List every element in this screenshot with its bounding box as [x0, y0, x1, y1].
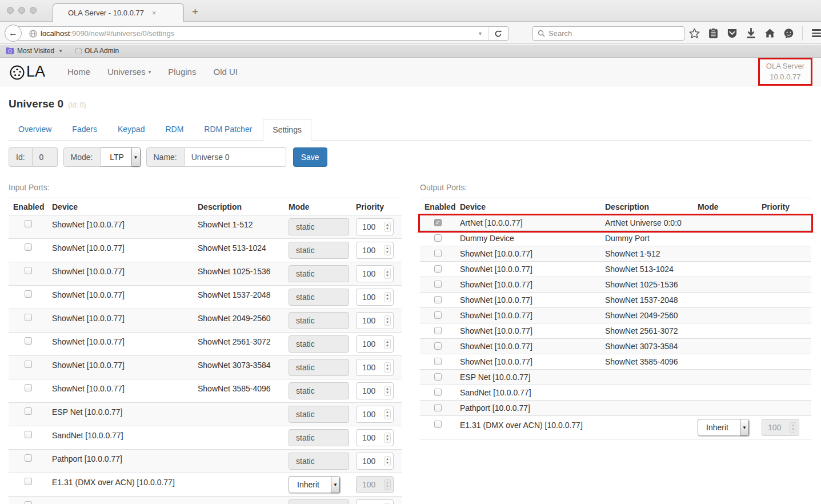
stepper-icon[interactable]: ▲▼: [384, 386, 391, 396]
enabled-checkbox[interactable]: ✓: [25, 267, 32, 274]
description-cell: ShowNet 1-512: [193, 215, 284, 238]
device-cell: ShowNet [10.0.0.77]: [455, 354, 600, 369]
stepper-icon[interactable]: ▲▼: [384, 362, 391, 373]
url-dropdown-icon[interactable]: ▼: [472, 31, 488, 37]
priority-input[interactable]: 100▲▼: [356, 382, 394, 399]
nav-menu-item[interactable]: Universes ▾: [99, 67, 159, 77]
priority-input[interactable]: 100▲▼: [356, 242, 394, 259]
enabled-checkbox[interactable]: ✓: [434, 327, 442, 334]
priority-input[interactable]: 100▲▼: [356, 429, 394, 446]
priority-input[interactable]: 100▲▼: [356, 265, 394, 282]
mode-static-field: static: [289, 359, 349, 376]
ola-logo[interactable]: LA: [9, 63, 45, 81]
enabled-checkbox[interactable]: ✓: [434, 389, 442, 396]
enabled-checkbox[interactable]: ✓: [25, 384, 32, 391]
priority-input[interactable]: 100▲▼: [356, 476, 394, 493]
menu-icon[interactable]: [810, 27, 821, 39]
enabled-checkbox[interactable]: ✓: [25, 314, 32, 321]
priority-input[interactable]: 100▲▼: [356, 499, 394, 504]
stepper-icon[interactable]: ▲▼: [384, 292, 391, 302]
enabled-checkbox[interactable]: ✓: [25, 501, 32, 504]
enabled-checkbox[interactable]: ✓: [25, 220, 32, 227]
navigation-toolbar: ← localhost:9090/new/#/universe/0/settin…: [0, 22, 821, 44]
enabled-checkbox[interactable]: ✓: [25, 478, 32, 485]
url-text[interactable]: localhost:9090/new/#/universe/0/settings: [41, 29, 174, 38]
mode-static-field: static: [289, 312, 349, 329]
tab-item[interactable]: Overview: [9, 118, 61, 140]
browser-tab[interactable]: OLA Server - 10.0.0.77 ×: [53, 3, 184, 22]
enabled-checkbox[interactable]: ✓: [434, 296, 442, 303]
enabled-checkbox[interactable]: ✓: [434, 404, 442, 411]
window-controls[interactable]: [7, 7, 37, 14]
enabled-checkbox[interactable]: ✓: [434, 311, 442, 319]
enabled-checkbox[interactable]: ✓: [25, 407, 32, 415]
back-button[interactable]: ←: [5, 25, 22, 42]
enabled-checkbox[interactable]: ✓: [434, 358, 442, 365]
url-bar[interactable]: localhost:9090/new/#/universe/0/settings…: [14, 26, 508, 41]
enabled-checkbox[interactable]: ✓: [434, 421, 442, 428]
stepper-icon[interactable]: ▲▼: [384, 339, 391, 349]
enabled-checkbox[interactable]: ✓: [434, 373, 442, 381]
tab-item[interactable]: Keypad: [108, 118, 154, 140]
downloads-icon[interactable]: [744, 27, 757, 39]
enabled-checkbox[interactable]: ✓: [434, 342, 442, 350]
close-window-button[interactable]: [7, 7, 14, 14]
priority-input[interactable]: 100▲▼: [356, 406, 394, 423]
enabled-checkbox[interactable]: ✓: [25, 243, 32, 251]
stepper-icon[interactable]: ▲▼: [384, 456, 391, 466]
priority-input[interactable]: 100▲▼: [356, 335, 394, 353]
home-icon[interactable]: [763, 27, 776, 39]
priority-input[interactable]: 100▲▼: [356, 359, 394, 376]
search-bar[interactable]: Search: [532, 26, 684, 41]
stepper-icon[interactable]: ▲▼: [790, 422, 796, 433]
enabled-checkbox[interactable]: ✓: [25, 431, 32, 438]
mode-select[interactable]: LTP ▼: [101, 147, 141, 167]
priority-input[interactable]: 100▲▼: [356, 312, 394, 329]
enabled-checkbox[interactable]: ✓: [25, 361, 32, 368]
bookmark-most-visited[interactable]: Most Visited ▼: [6, 47, 63, 55]
reading-list-icon[interactable]: [707, 27, 719, 39]
new-tab-button[interactable]: +: [192, 6, 198, 18]
reload-icon[interactable]: [488, 30, 508, 38]
stepper-icon[interactable]: ▲▼: [384, 315, 391, 326]
stepper-icon[interactable]: ▲▼: [384, 409, 391, 419]
tab-item[interactable]: Settings: [263, 119, 311, 141]
priority-input[interactable]: 100▲▼: [356, 289, 394, 306]
enabled-checkbox[interactable]: ✓: [434, 265, 442, 273]
mode-static-field: static: [289, 289, 349, 306]
bookmark-star-icon[interactable]: [688, 27, 700, 39]
tab-close-icon[interactable]: ×: [152, 9, 157, 17]
enabled-checkbox[interactable]: ✓: [434, 219, 442, 226]
pocket-icon[interactable]: [726, 27, 738, 39]
enabled-checkbox[interactable]: ✓: [25, 337, 32, 345]
mode-select[interactable]: Inherit▼: [698, 419, 749, 436]
enabled-checkbox[interactable]: ✓: [434, 250, 442, 257]
minimize-window-button[interactable]: [18, 7, 25, 14]
nav-menu-item[interactable]: Home: [59, 67, 99, 77]
priority-cell: 100▲▼: [351, 497, 402, 504]
save-button[interactable]: Save: [293, 147, 327, 167]
enabled-checkbox[interactable]: ✓: [434, 234, 442, 242]
priority-input[interactable]: 100▲▼: [762, 419, 799, 436]
tab-item[interactable]: Faders: [62, 118, 107, 140]
zoom-window-button[interactable]: [30, 7, 37, 14]
stepper-icon[interactable]: ▲▼: [384, 479, 391, 490]
stepper-icon[interactable]: ▲▼: [384, 269, 391, 279]
stepper-icon[interactable]: ▲▼: [384, 433, 391, 443]
device-cell: ShowNet [10.0.0.77]: [47, 215, 193, 238]
enabled-checkbox[interactable]: ✓: [434, 281, 442, 288]
tab-item[interactable]: RDM: [155, 118, 193, 140]
stepper-icon[interactable]: ▲▼: [384, 245, 391, 255]
priority-input[interactable]: 100▲▼: [356, 218, 394, 235]
bookmark-ola-admin[interactable]: OLA Admin: [75, 47, 119, 55]
hello-icon[interactable]: [782, 27, 795, 39]
priority-input[interactable]: 100▲▼: [356, 453, 394, 470]
mode-select[interactable]: Inherit▼: [289, 476, 340, 493]
tab-item[interactable]: RDM Patcher: [194, 118, 262, 140]
name-input[interactable]: Universe 0: [185, 147, 286, 167]
enabled-checkbox[interactable]: ✓: [25, 290, 32, 298]
stepper-icon[interactable]: ▲▼: [384, 222, 391, 232]
nav-menu-item[interactable]: Plugins: [159, 67, 205, 77]
nav-menu-item[interactable]: Old UI: [205, 67, 246, 77]
enabled-checkbox[interactable]: ✓: [25, 454, 32, 462]
